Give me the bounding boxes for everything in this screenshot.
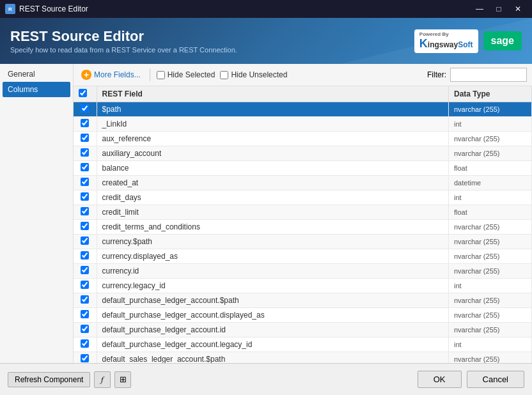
table-row[interactable]: credit_daysint [74,190,532,205]
row-data-type: int [449,190,532,205]
row-checkbox-cell[interactable] [74,220,97,235]
header-logos: Powered By K ingsway Soft sage [414,29,522,53]
header: REST Source Editor Specify how to read d… [0,18,532,64]
row-checkbox-cell[interactable] [74,102,97,117]
sidebar-item-columns[interactable]: Columns [3,82,70,97]
minimize-button[interactable]: — [471,0,489,18]
filter-input[interactable] [450,68,527,82]
row-data-type: float [449,205,532,220]
row-checkbox-cell[interactable] [74,293,97,308]
row-checkbox-cell[interactable] [74,337,97,352]
row-checkbox[interactable] [81,236,89,245]
ok-button[interactable]: OK [418,371,462,388]
row-checkbox-cell[interactable] [74,176,97,190]
table-body: $pathnvarchar (255)_LinkIdintaux_referen… [74,102,532,364]
row-checkbox-cell[interactable] [74,308,97,323]
row-checkbox[interactable] [81,251,89,259]
row-checkbox[interactable] [81,339,89,348]
table-row[interactable]: default_purchase_ledger_account.displaye… [74,308,532,323]
row-checkbox[interactable] [81,354,89,362]
table-row[interactable]: credit_terms_and_conditionsnvarchar (255… [74,220,532,235]
cancel-button[interactable]: Cancel [467,371,524,388]
select-all-checkbox[interactable] [79,89,87,97]
row-checkbox-cell[interactable] [74,279,97,293]
row-checkbox[interactable] [81,104,89,112]
table-row[interactable]: credit_limitfloat [74,205,532,220]
table-row[interactable]: currency.legacy_idint [74,279,532,293]
row-checkbox[interactable] [81,207,89,215]
table-container[interactable]: REST Field Data Type $pathnvarchar (255)… [74,86,532,363]
row-checkbox[interactable] [81,222,89,230]
row-checkbox[interactable] [81,148,89,157]
table-row[interactable]: aux_referencenvarchar (255) [74,132,532,146]
hide-unselected-checkbox[interactable] [220,71,228,79]
row-checkbox-cell[interactable] [74,161,97,176]
row-field-name: created_at [97,176,449,190]
table-row[interactable]: $pathnvarchar (255) [74,102,532,117]
row-data-type: datetime [449,176,532,190]
row-checkbox[interactable] [81,192,89,201]
row-checkbox-cell[interactable] [74,146,97,161]
refresh-button[interactable]: Refresh Component [8,372,90,387]
sidebar-item-general[interactable]: General [3,66,70,82]
row-field-name: currency.legacy_id [97,279,449,293]
table-row[interactable]: auxiliary_accountnvarchar (255) [74,146,532,161]
more-fields-button[interactable]: + More Fields... [79,68,143,81]
row-field-name: _LinkId [97,117,449,132]
col-data-type: Data Type [449,86,532,102]
formula-button[interactable]: 𝑓 [94,371,111,388]
table-row[interactable]: default_purchase_ledger_account.legacy_i… [74,337,532,352]
row-checkbox-cell[interactable] [74,352,97,364]
hide-unselected-label[interactable]: Hide Unselected [220,70,287,79]
row-checkbox-cell[interactable] [74,249,97,264]
kingsway-logo: Powered By K ingsway Soft [414,29,478,53]
row-checkbox-cell[interactable] [74,235,97,249]
table-row[interactable]: created_atdatetime [74,176,532,190]
row-checkbox[interactable] [81,178,89,186]
col-rest-field: REST Field [97,86,449,102]
header-title: REST Source Editor [10,28,237,45]
table-row[interactable]: currency.idnvarchar (255) [74,264,532,279]
table-row[interactable]: currency.displayed_asnvarchar (255) [74,249,532,264]
row-data-type: int [449,279,532,293]
row-checkbox-cell[interactable] [74,132,97,146]
row-checkbox-cell[interactable] [74,205,97,220]
sage-logo: sage [483,31,522,50]
close-button[interactable]: ✕ [509,0,527,18]
table-row[interactable]: default_sales_ledger_account.$pathnvarch… [74,352,532,364]
app-icon: R [5,4,15,14]
row-field-name: default_purchase_ledger_account.id [97,323,449,337]
row-checkbox-cell[interactable] [74,264,97,279]
table-row[interactable]: _LinkIdint [74,117,532,132]
table-row[interactable]: currency.$pathnvarchar (255) [74,235,532,249]
row-checkbox-cell[interactable] [74,117,97,132]
row-data-type: nvarchar (255) [449,352,532,364]
row-checkbox[interactable] [81,310,89,318]
filter-section: Filter: [427,68,527,82]
row-checkbox[interactable] [81,295,89,304]
plus-icon: + [81,70,91,80]
row-field-name: credit_days [97,190,449,205]
row-checkbox[interactable] [81,134,89,142]
table-row[interactable]: balancefloat [74,161,532,176]
row-checkbox[interactable] [81,119,89,127]
hide-selected-label[interactable]: Hide Selected [157,70,215,79]
row-checkbox-cell[interactable] [74,190,97,205]
refresh-label: Refresh Component [15,375,83,384]
table-row[interactable]: default_purchase_ledger_account.$pathnva… [74,293,532,308]
row-checkbox[interactable] [81,266,89,274]
more-fields-label: More Fields... [94,70,141,79]
hide-selected-checkbox[interactable] [157,71,165,79]
row-checkbox[interactable] [81,281,89,289]
formula-icon: 𝑓 [101,375,104,385]
window-title: REST Source Editor [19,4,88,13]
maximize-button[interactable]: □ [490,0,508,18]
svg-text:R: R [8,6,12,12]
row-checkbox[interactable] [81,325,89,333]
footer-right: OK Cancel [418,371,524,388]
row-checkbox-cell[interactable] [74,323,97,337]
grid-button[interactable]: ⊞ [114,371,131,388]
row-checkbox[interactable] [81,163,89,171]
row-field-name: $path [97,102,449,117]
table-row[interactable]: default_purchase_ledger_account.idnvarch… [74,323,532,337]
